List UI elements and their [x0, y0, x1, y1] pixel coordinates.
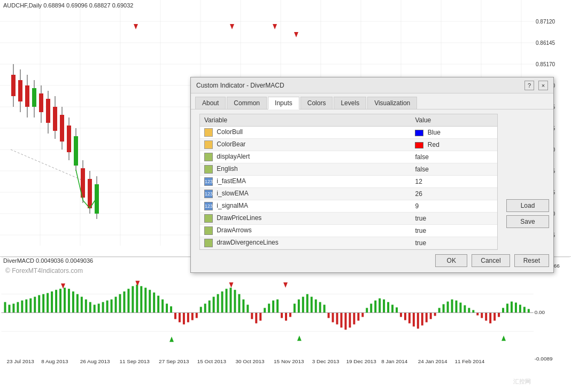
- tab-about[interactable]: About: [195, 97, 226, 109]
- param-value-drawarrows: true: [415, 227, 426, 234]
- svg-rect-135: [153, 293, 155, 313]
- svg-text:-0.0089: -0.0089: [535, 356, 553, 362]
- table-row[interactable]: 123 i_fastEMA 12: [200, 176, 497, 188]
- svg-rect-33: [32, 88, 36, 107]
- table-row[interactable]: ColorBear Red: [200, 139, 497, 151]
- params-table: Variable Value ColorBull: [200, 114, 497, 249]
- svg-rect-128: [123, 292, 125, 313]
- svg-rect-178: [306, 294, 308, 313]
- param-name-drawdivergencelines: drawDivergenceLines: [217, 239, 278, 246]
- tab-visualization[interactable]: Visualization: [367, 97, 417, 109]
- bottom-chart-title: DiverMACD 0.0049036 0.0049036: [3, 257, 93, 264]
- row-icon-drawpricelines: [204, 214, 213, 223]
- svg-text:11 Feb 2014: 11 Feb 2014: [454, 358, 484, 364]
- table-row[interactable]: 123 i_slowEMA 26: [200, 188, 497, 200]
- svg-rect-167: [289, 313, 291, 317]
- row-icon-drawarrows: [204, 226, 213, 235]
- svg-rect-177: [302, 297, 304, 313]
- svg-rect-43: [67, 126, 71, 152]
- dialog-controls: ? ×: [524, 81, 548, 90]
- svg-rect-197: [387, 302, 389, 313]
- svg-rect-39: [53, 107, 57, 131]
- table-row[interactable]: displayAlert false: [200, 151, 497, 163]
- svg-text:0.00: 0.00: [535, 309, 545, 315]
- reset-button[interactable]: Reset: [514, 254, 549, 267]
- svg-rect-121: [94, 305, 96, 313]
- svg-rect-51: [95, 184, 99, 214]
- close-button[interactable]: ×: [538, 81, 548, 90]
- tab-common[interactable]: Common: [227, 97, 267, 109]
- svg-rect-206: [426, 313, 428, 323]
- svg-marker-80: [134, 24, 138, 29]
- svg-rect-142: [183, 313, 185, 325]
- svg-rect-227: [515, 303, 517, 313]
- param-value-slowema: 26: [415, 190, 422, 198]
- svg-rect-125: [111, 300, 113, 313]
- ok-button[interactable]: OK: [435, 254, 467, 267]
- svg-text:0.86145: 0.86145: [536, 40, 555, 46]
- svg-rect-186: [341, 313, 343, 328]
- svg-marker-83: [294, 32, 298, 37]
- svg-rect-183: [328, 313, 330, 318]
- param-value-fastema: 12: [415, 178, 422, 185]
- row-icon-colorbull: [204, 128, 213, 137]
- param-name-slowema: i_slowEMA: [217, 190, 248, 197]
- param-name-drawarrows: DrawArrows: [217, 226, 251, 234]
- svg-rect-120: [89, 302, 91, 313]
- svg-rect-107: [34, 297, 36, 313]
- load-button[interactable]: Load: [506, 199, 549, 212]
- save-button[interactable]: Save: [506, 215, 549, 228]
- cancel-button[interactable]: Cancel: [472, 254, 510, 267]
- svg-rect-152: [226, 289, 228, 313]
- svg-rect-221: [489, 313, 491, 324]
- svg-text:8 Aug 2013: 8 Aug 2013: [41, 358, 68, 364]
- svg-rect-200: [400, 313, 402, 317]
- svg-rect-162: [268, 304, 270, 313]
- svg-rect-217: [472, 310, 474, 313]
- chart-title: AUDCHF,Daily 0.68894 0.69096 0.68827 0.6…: [3, 2, 133, 9]
- param-name-english: English: [217, 165, 237, 173]
- tab-inputs[interactable]: Inputs: [268, 97, 299, 109]
- svg-rect-114: [64, 288, 66, 313]
- svg-rect-184: [332, 313, 334, 323]
- svg-rect-138: [166, 304, 168, 313]
- svg-rect-130: [132, 286, 134, 313]
- svg-rect-108: [38, 295, 40, 313]
- svg-rect-180: [315, 300, 317, 313]
- svg-rect-193: [370, 304, 372, 313]
- svg-rect-209: [438, 308, 441, 313]
- row-icon-displayalert: [204, 153, 213, 161]
- table-row[interactable]: DrawArrows true: [200, 225, 497, 237]
- svg-rect-143: [187, 313, 189, 323]
- svg-rect-127: [119, 294, 121, 313]
- svg-rect-129: [127, 289, 129, 313]
- svg-rect-230: [528, 309, 530, 313]
- svg-rect-124: [106, 301, 109, 313]
- right-buttons-panel: Load Save: [506, 114, 549, 250]
- svg-rect-100: [4, 302, 6, 313]
- svg-text:27 Sep 2013: 27 Sep 2013: [159, 358, 189, 364]
- table-row[interactable]: 123 i_signalMA 9: [200, 200, 497, 213]
- footer-buttons: OK Cancel Reset: [191, 254, 553, 272]
- param-name-colorbull: ColorBull: [217, 128, 243, 136]
- bottom-chart: 0.0070066 0.00 -0.0089 23 Jul 2013 8 Aug…: [0, 256, 571, 369]
- tab-levels[interactable]: Levels: [334, 97, 366, 109]
- row-icon-slowema: 123: [204, 190, 213, 198]
- svg-rect-216: [468, 308, 470, 313]
- svg-rect-35: [39, 93, 43, 112]
- table-row[interactable]: ColorBull Blue: [200, 127, 497, 139]
- svg-text:30 Oct 2013: 30 Oct 2013: [235, 358, 265, 364]
- svg-rect-149: [213, 297, 215, 313]
- svg-rect-109: [42, 294, 44, 313]
- table-row[interactable]: drawDivergenceLines true: [200, 237, 497, 249]
- color-swatch-red: [415, 142, 423, 148]
- help-button[interactable]: ?: [524, 81, 534, 90]
- svg-rect-141: [179, 313, 181, 323]
- svg-rect-134: [149, 290, 151, 313]
- table-row[interactable]: English false: [200, 163, 497, 176]
- svg-rect-131: [136, 285, 138, 313]
- tab-colors[interactable]: Colors: [300, 97, 333, 109]
- svg-rect-226: [511, 302, 513, 313]
- svg-rect-159: [255, 313, 257, 324]
- table-row[interactable]: DrawPriceLines true: [200, 213, 497, 225]
